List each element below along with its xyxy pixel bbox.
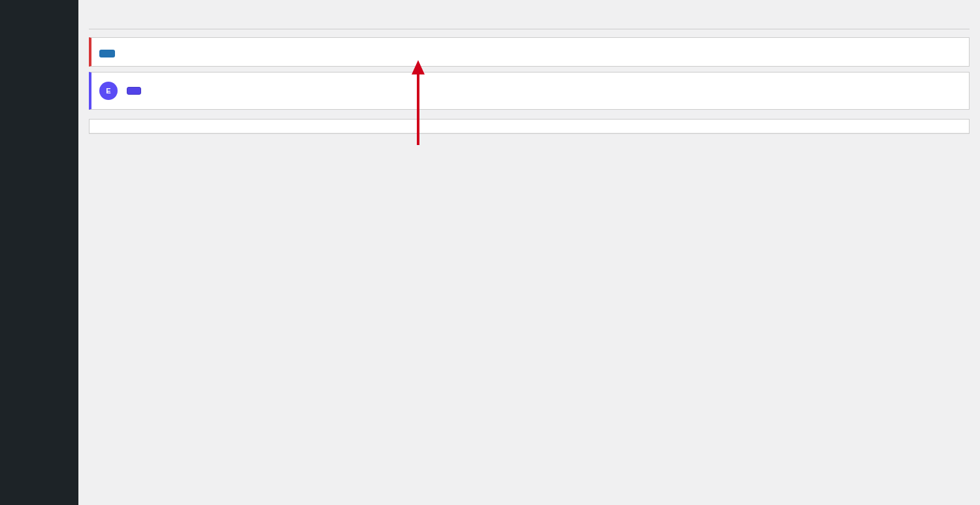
activate-license-button[interactable] (99, 50, 115, 57)
col-email (135, 120, 321, 133)
col-emailkit (694, 120, 969, 133)
elementskit-activation-notice (89, 37, 970, 67)
settings-tabs (89, 29, 970, 29)
learn-more-button[interactable] (127, 87, 141, 95)
elementor-promo-notice: E (89, 72, 970, 110)
main-content: E (78, 0, 980, 505)
col-recipients (508, 120, 694, 133)
email-notifications-table (89, 119, 970, 134)
page-title (89, 0, 970, 13)
col-status (90, 120, 135, 133)
admin-sidebar (0, 0, 78, 505)
col-content-type (321, 120, 508, 133)
elementor-icon: E (99, 82, 118, 100)
